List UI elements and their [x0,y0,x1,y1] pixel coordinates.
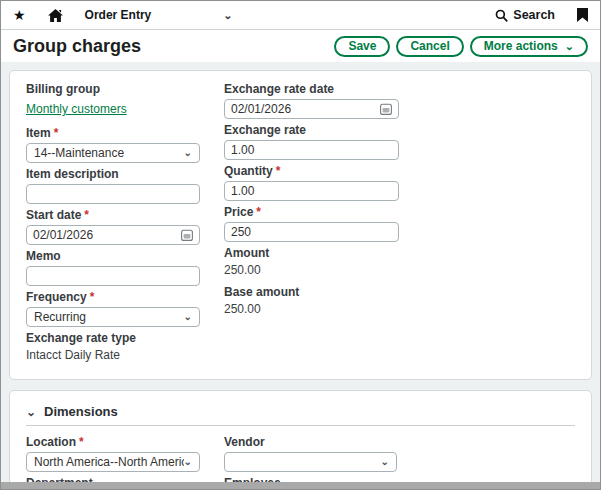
exchange-rate-input[interactable] [224,140,399,160]
memo-input[interactable] [26,266,200,286]
exchange-rate-type-value: Intacct Daily Rate [26,348,200,362]
field-exchange-rate: Exchange rate [224,124,399,160]
field-label: Vendor [224,435,265,449]
bookmark-icon[interactable] [577,8,588,22]
field-amount: Amount 250.00 [224,247,399,277]
search-button[interactable]: Search [495,8,555,22]
field-exchange-rate-date: Exchange rate date [224,83,399,119]
page-header: Group charges Save Cancel More actions ⌄ [1,30,600,62]
content-area: Billing group Monthly customers Item* 14… [1,62,600,490]
form-right-column: Exchange rate date Exchange rate [224,83,399,371]
chevron-down-icon: ⌄ [223,10,232,21]
top-nav-bar: ★ Order Entry ⌄ Search [1,1,600,30]
field-label: Billing group [26,82,100,96]
exchange-rate-date-text[interactable] [225,102,380,116]
field-start-date: Start date* [26,209,200,245]
chevron-down-icon: ⌄ [184,457,192,467]
topbar-right: Search [495,8,588,22]
field-frequency: Frequency* Recurring ⌄ [26,291,200,327]
module-label: Order Entry [85,8,152,22]
app-window: ★ Order Entry ⌄ Search Group charges Sav… [0,0,601,490]
header-actions: Save Cancel More actions ⌄ [334,36,588,57]
search-icon [495,9,508,22]
amount-value: 250.00 [224,263,399,277]
price-input[interactable] [224,222,399,242]
horizontal-scrollbar[interactable] [1,482,600,489]
quantity-input[interactable] [224,181,399,201]
item-select[interactable]: 14--Maintenance ⌄ [26,143,200,163]
field-label: Item [26,126,51,140]
field-label: Price [224,205,253,219]
required-asterisk: * [256,205,261,219]
chevron-down-icon: ⌄ [184,148,192,158]
search-label: Search [513,8,555,22]
field-memo: Memo [26,250,200,286]
field-label: Frequency [26,290,87,304]
field-label: Exchange rate [224,123,306,137]
field-item: Item* 14--Maintenance ⌄ [26,127,200,163]
required-asterisk: * [54,126,59,140]
base-amount-value: 250.00 [224,302,399,316]
field-location: Location* North America--North America ⌄ [26,436,200,472]
page-title: Group charges [13,36,141,57]
field-label: Amount [224,246,269,260]
required-asterisk: * [90,290,95,304]
cancel-button[interactable]: Cancel [396,36,463,57]
billing-group-link[interactable]: Monthly customers [26,102,127,116]
charge-form-panel: Billing group Monthly customers Item* 14… [9,70,592,380]
chevron-down-icon: ⌄ [565,41,574,52]
field-label: Exchange rate date [224,82,334,96]
save-button[interactable]: Save [334,36,390,57]
field-label: Memo [26,249,61,263]
required-asterisk: * [276,164,281,178]
field-exchange-rate-type: Exchange rate type Intacct Daily Rate [26,332,200,362]
form-left-column: Billing group Monthly customers Item* 14… [26,83,200,371]
vendor-select[interactable]: ⌄ [224,452,397,472]
field-label: Start date [26,208,81,222]
start-date-input[interactable] [26,225,200,245]
field-vendor: Vendor ⌄ [224,436,397,472]
field-label: Exchange rate type [26,331,136,345]
home-icon[interactable] [48,9,63,22]
favorite-star-icon[interactable]: ★ [13,8,26,22]
field-label: Base amount [224,285,299,299]
field-label: Location [26,435,76,449]
calendar-icon[interactable] [380,103,392,115]
chevron-down-icon: ⌄ [184,312,192,322]
field-price: Price* [224,206,399,242]
location-select[interactable]: North America--North America ⌄ [26,452,200,472]
field-base-amount: Base amount 250.00 [224,286,399,316]
item-description-input[interactable] [26,184,200,204]
field-label: Quantity [224,164,273,178]
start-date-text[interactable] [27,228,181,242]
exchange-rate-date-input[interactable] [224,99,399,119]
required-asterisk: * [79,435,84,449]
chevron-down-icon: ⌄ [381,457,389,467]
more-actions-button[interactable]: More actions ⌄ [470,36,588,57]
field-quantity: Quantity* [224,165,399,201]
field-label: Item description [26,167,119,181]
frequency-select[interactable]: Recurring ⌄ [26,307,200,327]
field-item-description: Item description [26,168,200,204]
dimensions-title: Dimensions [44,404,118,419]
dimensions-panel: ⌄ Dimensions Location* North America--No… [9,390,592,490]
required-asterisk: * [84,208,89,222]
module-switcher[interactable]: Order Entry ⌄ [85,8,233,22]
dimensions-collapse-toggle[interactable]: ⌄ Dimensions [26,403,575,425]
chevron-down-icon: ⌄ [26,406,36,418]
section-divider [26,425,575,426]
field-billing-group: Billing group Monthly customers [26,83,200,122]
calendar-icon[interactable] [181,229,193,241]
